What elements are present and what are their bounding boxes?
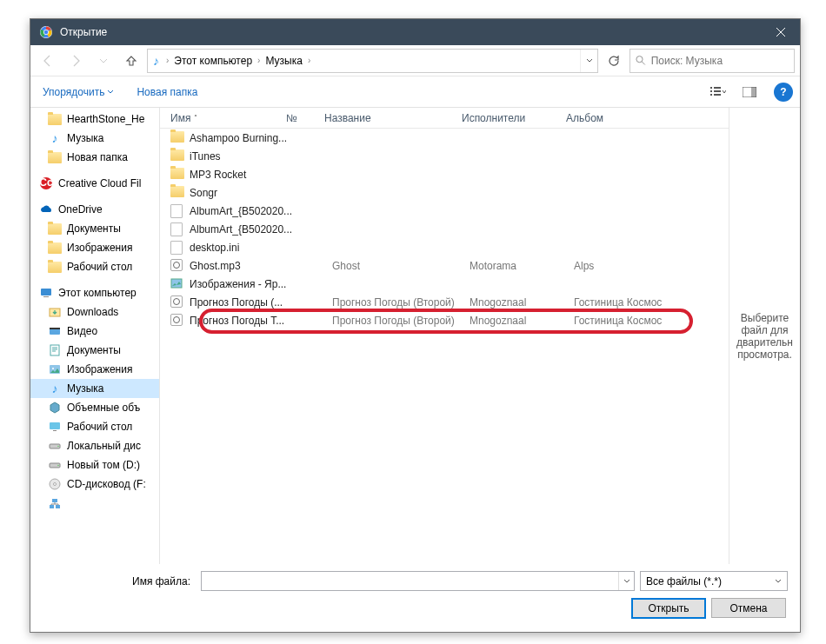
- preview-pane-button[interactable]: [737, 82, 762, 103]
- tree-item[interactable]: Рабочий стол: [30, 417, 159, 436]
- breadcrumb-seg-music[interactable]: Музыка: [263, 55, 303, 67]
- tree-item[interactable]: Рабочий стол: [30, 257, 159, 276]
- footer: Имя файла: Все файлы (*.*) Открыть Отмен…: [30, 564, 800, 626]
- file-name: AlbumArt_{B502020...: [190, 223, 294, 236]
- tree-item[interactable]: Этот компьютер: [30, 283, 159, 302]
- col-title[interactable]: Название: [324, 112, 462, 124]
- file-row[interactable]: Ashampoo Burning...: [160, 129, 729, 147]
- svg-point-22: [52, 368, 54, 369]
- svg-rect-19: [50, 328, 60, 329]
- content: HearthStone_He♪МузыкаНовая папкаCcCreati…: [30, 108, 800, 564]
- close-button[interactable]: [761, 19, 800, 45]
- newfolder-button[interactable]: Новая папка: [131, 83, 203, 102]
- col-name[interactable]: Имя˄: [160, 112, 286, 124]
- filename-input[interactable]: [201, 571, 635, 591]
- tree-item[interactable]: Локальный дис: [30, 436, 159, 455]
- file-row[interactable]: MP3 Rocket: [160, 165, 729, 183]
- tree-item[interactable]: CD-дисковод (F:: [30, 475, 159, 494]
- svg-rect-20: [50, 345, 59, 355]
- tree-item[interactable]: Изображения: [30, 238, 159, 257]
- col-album[interactable]: Альбом: [566, 112, 688, 124]
- svg-rect-33: [52, 499, 57, 502]
- file-row[interactable]: iTunes: [160, 147, 729, 165]
- downloads-icon: [48, 305, 62, 319]
- back-button[interactable]: [36, 49, 60, 73]
- tree-item[interactable]: OneDrive: [30, 200, 159, 219]
- svg-rect-31: [50, 505, 54, 508]
- file-row[interactable]: AlbumArt_{B502020...: [160, 220, 729, 238]
- file-row[interactable]: AlbumArt_{B502020...: [160, 202, 729, 220]
- tree-item[interactable]: Новый том (D:): [30, 455, 159, 475]
- tree-item[interactable]: Видео: [30, 322, 159, 341]
- file-name: Ghost.mp3: [190, 260, 294, 272]
- tree-item-label: CD-дисковод (F:: [67, 478, 146, 490]
- chevron-right-icon: ›: [308, 56, 310, 65]
- file-row[interactable]: Ghost.mp3GhostMotoramaAlps: [160, 256, 729, 275]
- filename-dropdown[interactable]: [618, 572, 634, 590]
- svg-rect-10: [714, 94, 721, 96]
- music-icon: ♪: [153, 54, 159, 68]
- file-row[interactable]: Songr: [160, 183, 729, 202]
- search-box[interactable]: [629, 49, 795, 73]
- music-icon: ♪: [48, 382, 62, 395]
- svg-rect-7: [710, 90, 712, 92]
- file-icon: [170, 204, 184, 218]
- chevron-down-icon: [775, 578, 782, 585]
- col-artist[interactable]: Исполнители: [462, 112, 566, 124]
- file-icon: [170, 241, 184, 255]
- recent-button[interactable]: [91, 49, 116, 73]
- cd-icon: [48, 477, 62, 491]
- col-num[interactable]: №: [286, 112, 324, 124]
- svg-point-4: [636, 56, 643, 63]
- folder-tree[interactable]: HearthStone_He♪МузыкаНовая папкаCcCreati…: [30, 108, 160, 564]
- svg-point-30: [54, 483, 57, 486]
- file-row[interactable]: Прогноз Погоды (...Прогноз Погоды (Второ…: [160, 293, 729, 311]
- breadcrumb[interactable]: ♪ › Этот компьютер › Музыка ›: [147, 49, 598, 73]
- tree-item[interactable]: Объемные объ: [30, 398, 159, 417]
- up-button[interactable]: [119, 49, 143, 73]
- search-input[interactable]: [651, 55, 789, 67]
- svg-rect-24: [53, 430, 57, 431]
- help-button[interactable]: ?: [774, 83, 793, 102]
- filetype-filter[interactable]: Все файлы (*.*): [640, 571, 788, 591]
- file-row[interactable]: Прогноз Погоды Т...Прогноз Погоды (Второ…: [160, 311, 729, 329]
- file-row[interactable]: desktop.ini: [160, 238, 729, 256]
- tree-item[interactable]: CcCreative Cloud Fil: [30, 174, 159, 193]
- tree-item[interactable]: Документы: [30, 341, 159, 360]
- file-name: Songr: [190, 187, 294, 199]
- chevron-down-icon: [107, 89, 114, 96]
- tree-item-label: Этот компьютер: [58, 287, 137, 299]
- tree-item[interactable]: Изображения: [30, 360, 159, 379]
- tree-item[interactable]: Downloads: [30, 302, 159, 322]
- chevron-right-icon: ›: [257, 56, 260, 65]
- titlebar: Открытие: [30, 19, 800, 45]
- cube-icon: [48, 401, 62, 415]
- list-header[interactable]: Имя˄ № Название Исполнители Альбом: [160, 108, 729, 129]
- tree-item[interactable]: [30, 494, 159, 513]
- file-icon: [170, 222, 184, 236]
- refresh-button[interactable]: [602, 49, 626, 73]
- folder-icon: [48, 150, 62, 164]
- tree-item-label: Новая папка: [67, 151, 128, 163]
- tree-item[interactable]: ♪Музыка: [30, 129, 159, 148]
- tree-item[interactable]: Документы: [30, 219, 159, 238]
- tree-item-label: Creative Cloud Fil: [58, 177, 141, 189]
- forward-button[interactable]: [63, 49, 88, 73]
- file-title: Ghost: [332, 260, 470, 272]
- tree-item[interactable]: Новая папка: [30, 148, 159, 167]
- folder-icon: [48, 241, 62, 255]
- breadcrumb-dropdown[interactable]: [580, 50, 597, 72]
- organize-button[interactable]: Упорядочить: [37, 83, 119, 102]
- file-artist: Mnogoznaal: [470, 315, 574, 327]
- tree-item[interactable]: ♪Музыка: [30, 379, 159, 398]
- cancel-button[interactable]: Отмена: [711, 598, 786, 618]
- open-button[interactable]: Открыть: [631, 598, 706, 619]
- drive-icon: [48, 458, 62, 472]
- toolbar: Упорядочить Новая папка ?: [30, 76, 800, 108]
- breadcrumb-seg-pc[interactable]: Этот компьютер: [172, 55, 254, 67]
- svg-point-28: [57, 465, 58, 466]
- file-row[interactable]: Изображения - Яр...: [160, 275, 729, 293]
- tree-item[interactable]: HearthStone_He: [30, 110, 159, 129]
- view-details-button[interactable]: [706, 82, 730, 103]
- svg-rect-15: [41, 289, 51, 295]
